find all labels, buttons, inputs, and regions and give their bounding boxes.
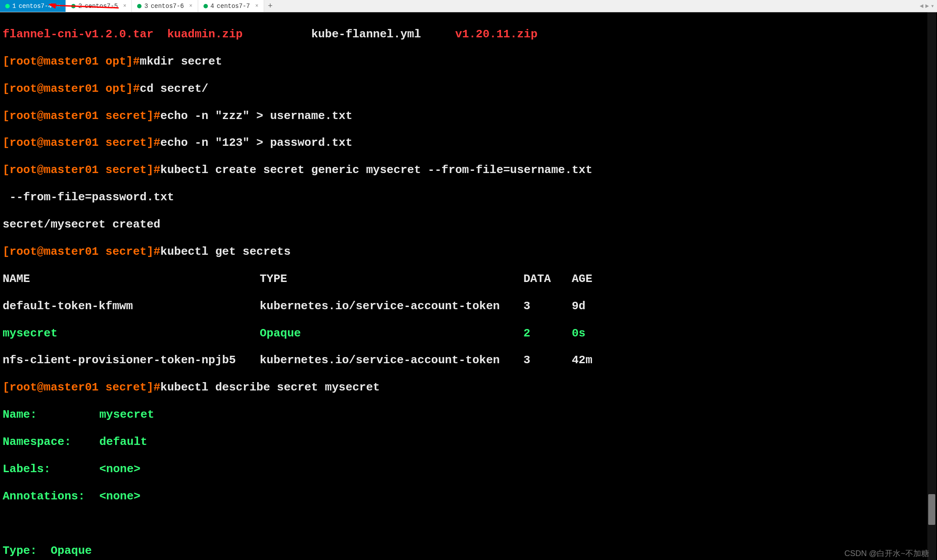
ls-file: kuadmin.zip xyxy=(167,28,243,41)
tab-menu-icon[interactable]: ▾ xyxy=(931,2,934,10)
tab-next-icon[interactable]: ► xyxy=(925,3,929,10)
describe-annotations: Annotations:<none> xyxy=(3,490,934,503)
shell-prompt: [root@master01 opt]# xyxy=(3,55,140,68)
tab-label: centos7-4 xyxy=(18,3,52,10)
tab-index: 3 xyxy=(144,3,148,10)
describe-name: Name:mysecret xyxy=(3,408,934,422)
terminal-output[interactable]: flannel-cni-v1.2.0.tar kuadmin.zip kube-… xyxy=(0,12,937,560)
tab-centos7-4[interactable]: 1 centos7-4 × xyxy=(0,0,66,12)
describe-type: Type: Opaque xyxy=(3,544,934,558)
blank-line xyxy=(3,517,934,531)
command-text: kubectl describe secret mysecret xyxy=(160,381,380,394)
close-icon[interactable]: × xyxy=(255,3,258,9)
output-text: secret/mysecret created xyxy=(3,218,934,231)
ls-file: kube-flannel.yml xyxy=(311,28,421,41)
table-header: NAMETYPEDATAAGE xyxy=(3,272,934,286)
tab-label: centos7-7 xyxy=(217,3,250,10)
tab-index: 2 xyxy=(78,3,82,10)
shell-prompt: [root@master01 secret]# xyxy=(3,109,160,123)
status-dot-icon xyxy=(71,4,76,8)
shell-prompt: [root@master01 secret]# xyxy=(3,136,160,149)
command-continuation: --from-file=password.txt xyxy=(3,191,934,204)
shell-prompt: [root@master01 secret]# xyxy=(3,245,160,258)
tab-label: centos7-5 xyxy=(85,3,118,10)
add-tab-button[interactable]: + xyxy=(264,0,276,12)
scrollbar[interactable] xyxy=(927,12,936,560)
status-dot-icon xyxy=(5,4,10,8)
close-icon[interactable]: × xyxy=(123,3,126,9)
describe-labels: Labels:<none> xyxy=(3,462,934,476)
tab-index: 4 xyxy=(211,3,214,10)
table-row: default-token-kfmwmkubernetes.io/service… xyxy=(3,300,934,313)
command-text: mkdir secret xyxy=(140,55,222,68)
command-text: echo -n "123" > password.txt xyxy=(160,136,352,149)
tab-label: centos7-6 xyxy=(151,3,184,10)
status-dot-icon xyxy=(203,4,208,8)
ls-file: flannel-cni-v1.2.0.tar xyxy=(3,28,153,41)
command-text: kubectl get secrets xyxy=(160,245,291,258)
table-row-highlighted: mysecretOpaque20s xyxy=(3,327,934,340)
status-dot-icon xyxy=(137,4,142,8)
shell-prompt: [root@master01 secret]# xyxy=(3,381,160,394)
scrollbar-thumb[interactable] xyxy=(928,494,935,525)
tab-centos7-5[interactable]: 2 centos7-5 × xyxy=(66,0,132,12)
tab-index: 1 xyxy=(12,3,16,10)
command-text: echo -n "zzz" > username.txt xyxy=(160,109,352,123)
command-text: kubectl create secret generic mysecret -… xyxy=(160,163,592,177)
command-text: cd secret/ xyxy=(140,82,208,95)
tab-bar: 1 centos7-4 × 2 centos7-5 × 3 centos7-6 … xyxy=(0,0,937,12)
tab-nav: ◄ ► ▾ xyxy=(920,0,934,12)
close-icon[interactable]: × xyxy=(57,3,60,9)
shell-prompt: [root@master01 secret]# xyxy=(3,163,160,177)
describe-namespace: Namespace:default xyxy=(3,435,934,449)
shell-prompt: [root@master01 opt]# xyxy=(3,82,140,95)
close-icon[interactable]: × xyxy=(189,3,192,9)
table-row: nfs-client-provisioner-token-npjb5kubern… xyxy=(3,354,934,367)
tab-centos7-7[interactable]: 4 centos7-7 × xyxy=(198,0,264,12)
tab-prev-icon[interactable]: ◄ xyxy=(920,3,923,10)
tab-centos7-6[interactable]: 3 centos7-6 × xyxy=(132,0,198,12)
watermark-text: CSDN @白开水~不加糖 xyxy=(844,549,929,558)
ls-file: v1.20.11.zip xyxy=(455,28,538,41)
